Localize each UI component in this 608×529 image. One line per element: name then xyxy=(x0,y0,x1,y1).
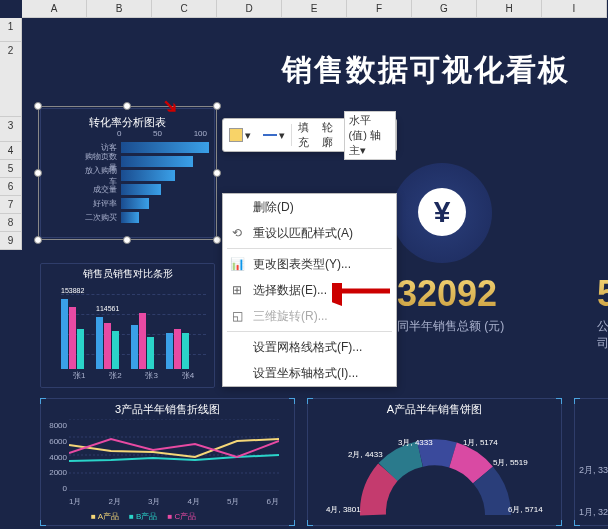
kpi-label-2: 公司 xyxy=(597,318,608,352)
menu-reset-style[interactable]: ⟲重设以匹配样式(A) xyxy=(223,220,396,246)
dashboard-title: 销售数据可视化看板 xyxy=(282,50,570,91)
chart-line[interactable]: 3产品半年销售折线图 80006000400020000 1月2月3月4月5月6… xyxy=(40,398,295,526)
chart-title: A产品半年销售饼图 xyxy=(308,402,561,417)
resize-handle[interactable] xyxy=(34,169,42,177)
column-headers[interactable]: ABC DEF GHI xyxy=(22,0,607,18)
outline-label: 轮廓 xyxy=(316,119,340,151)
axis-dropdown[interactable]: 水平 (值) 轴 主▾ xyxy=(344,111,396,160)
kpi-value-2: 5 xyxy=(597,273,608,315)
context-menu: 删除(D) ⟲重设以匹配样式(A) 📊更改图表类型(Y)... ⊞选择数据(E)… xyxy=(222,193,397,387)
line-series xyxy=(69,419,279,491)
legend: A产品 B产品 C产品 xyxy=(91,511,196,522)
resize-handle[interactable] xyxy=(34,236,42,244)
chart-title: 销售员销售对比条形 xyxy=(41,267,214,281)
resize-handle[interactable] xyxy=(213,236,221,244)
kpi-label: 同半年销售总额 (元) xyxy=(397,318,504,335)
kpi-value: 32092 xyxy=(397,273,497,315)
y-axis: 80006000400020000 xyxy=(45,421,67,493)
menu-change-chart-type[interactable]: 📊更改图表类型(Y)... xyxy=(223,251,396,277)
fill-label: 填充 xyxy=(292,119,316,151)
x-axis-labels: 张1张2张3张4 xyxy=(61,370,206,381)
menu-3d-rotate: ◱三维旋转(R)... xyxy=(223,303,396,329)
rotate-3d-icon: ◱ xyxy=(229,308,245,324)
chart-sales-bar[interactable]: 销售员销售对比条形 153882 114561 张1张2张3张4 xyxy=(40,263,215,388)
resize-handle[interactable] xyxy=(123,102,131,110)
resize-handle[interactable] xyxy=(34,102,42,110)
selection-border xyxy=(38,106,217,240)
reset-icon: ⟲ xyxy=(229,225,245,241)
mini-toolbar: ▾ ▾ 填充 轮廓 水平 (值) 轴 主▾ xyxy=(222,118,397,152)
fill-button[interactable]: ▾ xyxy=(223,119,257,151)
outline-button[interactable]: ▾ xyxy=(257,119,291,151)
menu-gridline-format[interactable]: 设置网格线格式(F)... xyxy=(223,334,396,360)
menu-select-data[interactable]: ⊞选择数据(E)... xyxy=(223,277,396,303)
resize-handle[interactable] xyxy=(213,169,221,177)
pie-labels: 2月, 3395 1月, 3295 xyxy=(579,459,608,523)
bar-groups: 153882 114561 xyxy=(61,284,206,369)
select-data-icon: ⊞ xyxy=(229,282,245,298)
row-headers[interactable]: 12 34 567 89 xyxy=(0,18,22,250)
chart-pie-a[interactable]: A产品半年销售饼图 4月, 3801 2月, 4433 3月, 4333 1月,… xyxy=(307,398,562,526)
resize-handle[interactable] xyxy=(213,102,221,110)
x-axis: 1月2月3月4月5月6月 xyxy=(69,496,279,507)
currency-icon: ¥ xyxy=(418,188,466,236)
resize-handle[interactable] xyxy=(123,236,131,244)
menu-delete[interactable]: 删除(D) xyxy=(223,194,396,220)
spreadsheet-canvas[interactable]: 销售数据可视化看板 转化率分析图表 050100 访客 购物页数量 放入购物车 … xyxy=(22,18,608,529)
chart-pie-partial[interactable]: 2月, 3395 1月, 3295 xyxy=(574,398,608,526)
chart-title: 3产品半年销售折线图 xyxy=(41,402,294,417)
menu-axis-format[interactable]: 设置坐标轴格式(I)... xyxy=(223,360,396,386)
chart-type-icon: 📊 xyxy=(229,256,245,272)
